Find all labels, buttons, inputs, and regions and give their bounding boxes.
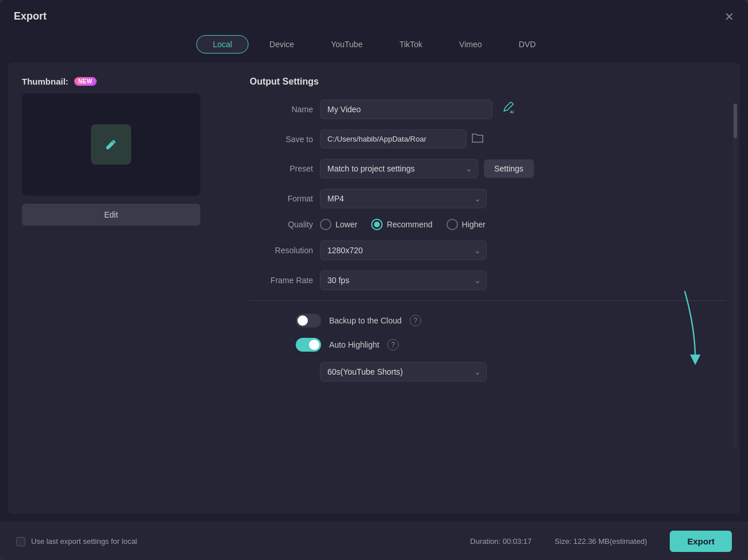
settings-button[interactable]: Settings <box>484 159 534 178</box>
tab-youtube[interactable]: YouTube <box>315 36 379 53</box>
auto-highlight-help-icon[interactable]: ? <box>387 339 399 351</box>
backup-row: Backup to the Cloud ? <box>296 314 726 327</box>
quality-label: Quality <box>250 220 313 229</box>
thumbnail-label-row: Thumbnail: NEW <box>22 77 97 86</box>
shorts-select[interactable]: 60s(YouTube Shorts) <box>320 362 487 382</box>
quality-recommend-radio[interactable] <box>371 219 383 230</box>
size-info: Size: 122.36 MB(estimated) <box>555 537 647 546</box>
duration-info: Duration: 00:03:17 <box>470 537 532 546</box>
quality-recommend-label: Recommend <box>387 220 432 229</box>
bottom-bar: Use last export settings for local Durat… <box>0 522 748 560</box>
close-button[interactable]: ✕ <box>724 11 734 22</box>
tab-vimeo[interactable]: Vimeo <box>443 36 498 53</box>
window-title: Export <box>14 10 47 22</box>
tab-tiktok[interactable]: TikTok <box>383 36 438 53</box>
ai-icon[interactable]: AI <box>502 102 514 117</box>
backup-toggle-thumb <box>297 315 308 326</box>
frame-rate-label: Frame Rate <box>250 276 313 285</box>
thumbnail-box <box>22 93 200 196</box>
scrollbar[interactable] <box>733 104 738 449</box>
new-badge: NEW <box>74 77 97 86</box>
name-row: Name AI <box>250 100 726 119</box>
preset-label: Preset <box>250 164 313 173</box>
shorts-select-wrapper: 60s(YouTube Shorts) <box>320 362 487 382</box>
format-select-wrapper: MP4 <box>320 189 487 208</box>
quality-options: Lower Recommend Higher <box>320 219 486 230</box>
resolution-select[interactable]: 1280x720 <box>320 241 487 260</box>
quality-recommend-option[interactable]: Recommend <box>371 219 432 230</box>
preset-select[interactable]: Match to project settings <box>320 159 478 178</box>
last-export-label: Use last export settings for local <box>31 537 137 546</box>
path-input-wrap <box>320 129 493 148</box>
last-export-checkbox[interactable] <box>16 537 25 546</box>
format-row: Format MP4 <box>250 189 726 208</box>
svg-text:AI: AI <box>510 110 514 114</box>
main-content: Thumbnail: NEW Edit Output Setti <box>8 63 740 514</box>
titlebar: Export ✕ <box>0 0 748 31</box>
divider <box>250 300 726 301</box>
quality-higher-radio[interactable] <box>446 219 458 230</box>
left-panel: Thumbnail: NEW Edit <box>8 77 238 514</box>
quality-row: Quality Lower Recommend <box>250 219 726 230</box>
checkbox-row: Use last export settings for local <box>16 537 137 546</box>
save-to-input[interactable] <box>320 129 467 148</box>
right-panel: Output Settings Name AI Save to <box>238 77 740 514</box>
backup-help-icon[interactable]: ? <box>410 315 421 326</box>
quality-lower-option[interactable]: Lower <box>320 219 357 230</box>
name-label: Name <box>250 105 313 114</box>
thumbnail-label: Thumbnail: <box>22 77 68 86</box>
bottom-info: Duration: 00:03:17 Size: 122.36 MB(estim… <box>470 531 732 552</box>
backup-label: Backup to the Cloud <box>329 316 402 325</box>
export-button[interactable]: Export <box>670 531 732 552</box>
frame-rate-select-wrapper: 30 fps <box>320 271 487 290</box>
save-to-label: Save to <box>250 135 313 144</box>
tab-device[interactable]: Device <box>253 36 310 53</box>
quality-recommend-inner <box>374 222 380 227</box>
auto-highlight-toggle-thumb <box>309 340 319 350</box>
backup-toggle[interactable] <box>296 314 321 327</box>
tab-local[interactable]: Local <box>196 35 249 54</box>
export-window: Export ✕ Local Device YouTube TikTok Vim… <box>0 0 748 560</box>
edit-pencil-icon <box>101 134 121 155</box>
preset-select-wrapper: Match to project settings <box>320 159 478 178</box>
save-to-row: Save to <box>250 129 726 148</box>
format-select[interactable]: MP4 <box>320 189 487 208</box>
auto-highlight-label: Auto Highlight <box>329 340 379 349</box>
scrollbar-thumb <box>734 104 737 138</box>
preset-wrap: Match to project settings Settings <box>320 159 726 178</box>
preset-row: Preset Match to project settings Setting… <box>250 159 726 178</box>
auto-highlight-toggle[interactable] <box>296 338 321 352</box>
quality-higher-label: Higher <box>462 220 486 229</box>
edit-button[interactable]: Edit <box>22 204 200 226</box>
quality-lower-label: Lower <box>335 220 357 229</box>
output-settings-title: Output Settings <box>250 77 726 87</box>
quality-lower-radio[interactable] <box>320 219 331 230</box>
name-input[interactable] <box>320 100 493 119</box>
tab-dvd[interactable]: DVD <box>503 36 552 53</box>
thumbnail-icon <box>91 124 131 165</box>
content-area: Thumbnail: NEW Edit Output Setti <box>8 63 740 514</box>
frame-rate-select[interactable]: 30 fps <box>320 271 487 290</box>
quality-higher-option[interactable]: Higher <box>446 219 486 230</box>
resolution-row: Resolution 1280x720 <box>250 241 726 260</box>
resolution-select-wrapper: 1280x720 <box>320 241 487 260</box>
format-label: Format <box>250 194 313 203</box>
tabs-row: Local Device YouTube TikTok Vimeo DVD <box>0 31 748 63</box>
folder-icon <box>471 132 484 143</box>
folder-button[interactable] <box>471 132 484 146</box>
frame-rate-row: Frame Rate 30 fps <box>250 271 726 290</box>
auto-highlight-row: Auto Highlight ? <box>296 338 726 352</box>
ai-pencil-icon: AI <box>502 102 514 115</box>
shorts-row: 60s(YouTube Shorts) <box>320 362 726 382</box>
resolution-label: Resolution <box>250 246 313 255</box>
